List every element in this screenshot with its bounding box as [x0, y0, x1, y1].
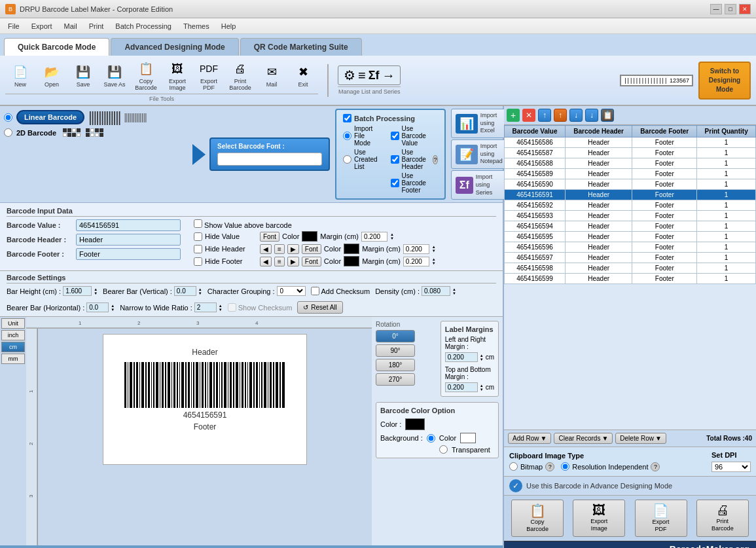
menu-themes[interactable]: Themes: [178, 21, 215, 31]
bar-height-down-icon[interactable]: ▼: [94, 291, 98, 295]
batch-checkbox[interactable]: [343, 114, 351, 122]
show-value-above-check[interactable]: [194, 219, 202, 228]
rotation-90-button[interactable]: 90°: [376, 344, 415, 357]
use-barcode-header-check[interactable]: [391, 155, 399, 164]
hide-value-check[interactable]: [194, 232, 202, 241]
table-row[interactable]: 4654156586 Header Footer 1: [505, 137, 756, 148]
table-row[interactable]: 4654156594 Header Footer 1: [505, 221, 756, 232]
footer-font-button[interactable]: Font: [302, 257, 321, 266]
bar-height-input[interactable]: [63, 286, 92, 296]
bgcolor-color-radio[interactable]: [427, 434, 435, 443]
hide-footer-check[interactable]: [194, 257, 202, 266]
footer-align-center-button[interactable]: ≡: [274, 257, 285, 266]
top-bottom-margin-input[interactable]: [445, 382, 478, 392]
print-barcode-action-button[interactable]: 🖨 PrintBarcode: [696, 500, 749, 537]
maximize-button[interactable]: □: [725, 4, 736, 14]
barcode-color-swatch[interactable]: [405, 418, 425, 430]
reset-all-button[interactable]: ↺ Reset All: [297, 301, 342, 314]
close-button[interactable]: ✕: [739, 4, 751, 14]
export-pdf-action-button[interactable]: 📄 ExportPDF: [635, 500, 687, 537]
table-row[interactable]: 4654156596 Header Footer 1: [505, 242, 756, 253]
header-help-icon[interactable]: ?: [433, 155, 438, 164]
use-created-list-radio[interactable]: [343, 155, 351, 164]
manage-icon-1[interactable]: ⚙: [344, 67, 355, 83]
move-up2-button[interactable]: ↑: [554, 109, 567, 122]
minimize-button[interactable]: —: [710, 4, 722, 14]
menu-file[interactable]: File: [3, 21, 25, 31]
font-dropdown[interactable]: USPS Tray Label Font ▼: [217, 153, 322, 166]
linear-radio[interactable]: [4, 113, 12, 122]
import-excel-button[interactable]: 📊 ImportusingExcel: [451, 109, 507, 138]
barcode-header-input[interactable]: [76, 234, 181, 246]
twoD-radio[interactable]: [4, 128, 12, 137]
lr-down-icon[interactable]: ▼: [480, 357, 484, 361]
move-down2-button[interactable]: ↓: [585, 109, 598, 122]
add-row-dropdown-button[interactable]: Add Row ▼: [508, 433, 551, 444]
char-grouping-select[interactable]: 012: [277, 286, 306, 296]
menu-help[interactable]: Help: [216, 21, 242, 31]
table-row[interactable]: 4654156591 Header Footer 1: [505, 190, 756, 200]
table-row[interactable]: 4654156587 Header Footer 1: [505, 148, 756, 158]
move-up-button[interactable]: ↑: [538, 109, 551, 122]
print-barcode-button[interactable]: 🖨 Print Barcode: [225, 58, 255, 92]
tab-quick-barcode[interactable]: Quick Barcode Mode: [4, 38, 109, 56]
import-series-button[interactable]: Σf ImportusingSeries: [451, 170, 507, 200]
open-button[interactable]: 📂 Open: [37, 62, 67, 89]
clipboard-button[interactable]: 📋: [601, 109, 614, 122]
save-button[interactable]: 💾 Save: [68, 62, 98, 89]
table-row[interactable]: 4654156593 Header Footer 1: [505, 211, 756, 221]
footer-align-left-button[interactable]: ◀: [260, 257, 272, 266]
mail-button[interactable]: ✉ Mail: [257, 62, 287, 89]
tb-down-icon[interactable]: ▼: [480, 388, 484, 392]
header-down-icon[interactable]: ▼: [432, 249, 436, 253]
manage-icon-4[interactable]: →: [382, 68, 395, 83]
footer-margin-input[interactable]: [403, 257, 429, 266]
table-row[interactable]: 4654156588 Header Footer 1: [505, 158, 756, 169]
use-barcode-value-check[interactable]: [391, 132, 399, 140]
left-right-margin-input[interactable]: [445, 352, 478, 362]
inch-button[interactable]: inch: [1, 330, 25, 340]
clear-records-dropdown-button[interactable]: Clear Records ▼: [554, 433, 613, 444]
menu-export[interactable]: Export: [26, 21, 58, 31]
narrow-wide-input[interactable]: [194, 302, 217, 312]
delete-row-dropdown-button[interactable]: Delete Row ▼: [615, 433, 666, 444]
new-button[interactable]: 📄 New: [5, 62, 35, 89]
tab-advanced-designing[interactable]: Advanced Designing Mode: [111, 38, 238, 56]
footer-align-right-button[interactable]: ▶: [287, 257, 299, 266]
copy-barcode-action-button[interactable]: 📋 CopyBarcode: [511, 500, 564, 537]
margin-down-icon[interactable]: ▼: [390, 236, 394, 240]
manage-icon-2[interactable]: ≡: [358, 68, 366, 83]
bearer-h-down-icon[interactable]: ▼: [111, 308, 115, 312]
switch-designing-mode-button[interactable]: Switch to Designing Mode: [698, 62, 751, 100]
value-color-box[interactable]: [302, 231, 317, 242]
cm-button[interactable]: cm: [1, 342, 25, 352]
menu-mail[interactable]: Mail: [59, 21, 82, 31]
table-row[interactable]: 4654156598 Header Footer 1: [505, 263, 756, 274]
tab-qr-code[interactable]: QR Code Marketing Suite: [240, 38, 362, 56]
export-image-button[interactable]: 🖼 Export Image: [162, 58, 192, 92]
table-row[interactable]: 4654156592 Header Footer 1: [505, 200, 756, 211]
use-barcode-footer-check[interactable]: [391, 179, 399, 187]
header-align-center-button[interactable]: ≡: [274, 244, 285, 254]
bg-color-swatch[interactable]: [460, 433, 476, 443]
resolution-help-icon[interactable]: ?: [651, 462, 660, 471]
resolution-radio[interactable]: [561, 462, 569, 471]
delete-row-icon[interactable]: ✕: [522, 109, 535, 122]
bearer-v-down-icon[interactable]: ▼: [198, 291, 202, 295]
table-row[interactable]: 4654156595 Header Footer 1: [505, 232, 756, 242]
barcode-footer-input[interactable]: [76, 248, 181, 260]
exit-button[interactable]: ✖ Exit: [288, 62, 318, 89]
header-font-button[interactable]: Font: [302, 244, 321, 254]
bgcolor-transparent-radio[interactable]: [439, 445, 448, 454]
table-row[interactable]: 4654156597 Header Footer 1: [505, 253, 756, 263]
header-color-box[interactable]: [344, 244, 359, 254]
bearer-vertical-input[interactable]: [174, 286, 196, 296]
footer-color-box[interactable]: [344, 256, 359, 266]
bearer-horizontal-input[interactable]: [86, 302, 109, 312]
menu-batch[interactable]: Batch Processing: [110, 21, 177, 31]
rotation-0-button[interactable]: 0°: [376, 330, 415, 342]
value-margin-input[interactable]: [361, 232, 387, 242]
header-align-left-button[interactable]: ◀: [260, 244, 272, 254]
table-row[interactable]: 4654156589 Header Footer 1: [505, 169, 756, 179]
show-checksum-check[interactable]: [228, 303, 236, 312]
